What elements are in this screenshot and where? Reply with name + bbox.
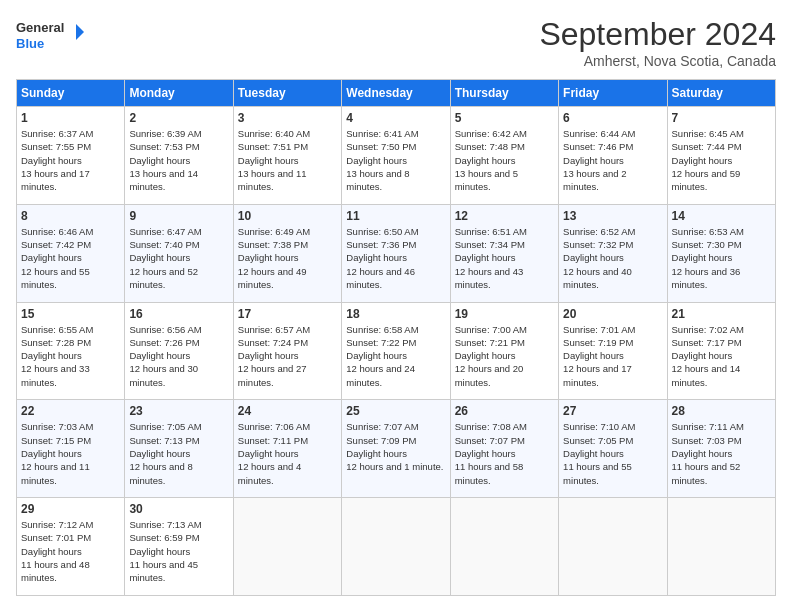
day-info: Sunrise: 6:40 AM Sunset: 7:51 PM Dayligh…: [238, 127, 337, 193]
day-info: Sunrise: 7:11 AM Sunset: 7:03 PM Dayligh…: [672, 420, 771, 486]
day-info: Sunrise: 6:41 AM Sunset: 7:50 PM Dayligh…: [346, 127, 445, 193]
calendar-week-3: 15 Sunrise: 6:55 AM Sunset: 7:28 PM Dayl…: [17, 302, 776, 400]
day-number: 18: [346, 307, 445, 321]
day-number: 9: [129, 209, 228, 223]
table-row: 26 Sunrise: 7:08 AM Sunset: 7:07 PM Dayl…: [450, 400, 558, 498]
day-number: 26: [455, 404, 554, 418]
table-row: [559, 498, 667, 596]
calendar-header-row: Sunday Monday Tuesday Wednesday Thursday…: [17, 80, 776, 107]
table-row: 21 Sunrise: 7:02 AM Sunset: 7:17 PM Dayl…: [667, 302, 775, 400]
day-number: 14: [672, 209, 771, 223]
table-row: [450, 498, 558, 596]
table-row: 16 Sunrise: 6:56 AM Sunset: 7:26 PM Dayl…: [125, 302, 233, 400]
table-row: 5 Sunrise: 6:42 AM Sunset: 7:48 PM Dayli…: [450, 107, 558, 205]
day-number: 7: [672, 111, 771, 125]
day-number: 23: [129, 404, 228, 418]
day-info: Sunrise: 6:49 AM Sunset: 7:38 PM Dayligh…: [238, 225, 337, 291]
table-row: 8 Sunrise: 6:46 AM Sunset: 7:42 PM Dayli…: [17, 204, 125, 302]
col-monday: Monday: [125, 80, 233, 107]
svg-marker-2: [76, 24, 84, 40]
svg-text:Blue: Blue: [16, 36, 44, 51]
calendar-table: Sunday Monday Tuesday Wednesday Thursday…: [16, 79, 776, 596]
table-row: 10 Sunrise: 6:49 AM Sunset: 7:38 PM Dayl…: [233, 204, 341, 302]
day-info: Sunrise: 6:52 AM Sunset: 7:32 PM Dayligh…: [563, 225, 662, 291]
calendar-week-1: 1 Sunrise: 6:37 AM Sunset: 7:55 PM Dayli…: [17, 107, 776, 205]
day-number: 8: [21, 209, 120, 223]
day-info: Sunrise: 6:57 AM Sunset: 7:24 PM Dayligh…: [238, 323, 337, 389]
table-row: 22 Sunrise: 7:03 AM Sunset: 7:15 PM Dayl…: [17, 400, 125, 498]
location-title: Amherst, Nova Scotia, Canada: [539, 53, 776, 69]
day-number: 25: [346, 404, 445, 418]
day-number: 19: [455, 307, 554, 321]
table-row: 27 Sunrise: 7:10 AM Sunset: 7:05 PM Dayl…: [559, 400, 667, 498]
day-info: Sunrise: 7:08 AM Sunset: 7:07 PM Dayligh…: [455, 420, 554, 486]
table-row: [342, 498, 450, 596]
day-number: 27: [563, 404, 662, 418]
calendar-week-4: 22 Sunrise: 7:03 AM Sunset: 7:15 PM Dayl…: [17, 400, 776, 498]
day-info: Sunrise: 6:51 AM Sunset: 7:34 PM Dayligh…: [455, 225, 554, 291]
day-number: 21: [672, 307, 771, 321]
day-number: 30: [129, 502, 228, 516]
day-info: Sunrise: 7:12 AM Sunset: 7:01 PM Dayligh…: [21, 518, 120, 584]
table-row: 17 Sunrise: 6:57 AM Sunset: 7:24 PM Dayl…: [233, 302, 341, 400]
day-info: Sunrise: 6:45 AM Sunset: 7:44 PM Dayligh…: [672, 127, 771, 193]
day-number: 29: [21, 502, 120, 516]
table-row: 18 Sunrise: 6:58 AM Sunset: 7:22 PM Dayl…: [342, 302, 450, 400]
table-row: 15 Sunrise: 6:55 AM Sunset: 7:28 PM Dayl…: [17, 302, 125, 400]
day-number: 4: [346, 111, 445, 125]
day-info: Sunrise: 6:53 AM Sunset: 7:30 PM Dayligh…: [672, 225, 771, 291]
day-info: Sunrise: 7:02 AM Sunset: 7:17 PM Dayligh…: [672, 323, 771, 389]
table-row: 3 Sunrise: 6:40 AM Sunset: 7:51 PM Dayli…: [233, 107, 341, 205]
day-number: 10: [238, 209, 337, 223]
day-number: 5: [455, 111, 554, 125]
table-row: 7 Sunrise: 6:45 AM Sunset: 7:44 PM Dayli…: [667, 107, 775, 205]
day-info: Sunrise: 7:07 AM Sunset: 7:09 PM Dayligh…: [346, 420, 445, 473]
table-row: 30 Sunrise: 7:13 AM Sunset: 6:59 PM Dayl…: [125, 498, 233, 596]
day-number: 28: [672, 404, 771, 418]
day-number: 6: [563, 111, 662, 125]
day-info: Sunrise: 6:37 AM Sunset: 7:55 PM Dayligh…: [21, 127, 120, 193]
day-number: 13: [563, 209, 662, 223]
day-number: 16: [129, 307, 228, 321]
day-info: Sunrise: 6:42 AM Sunset: 7:48 PM Dayligh…: [455, 127, 554, 193]
day-info: Sunrise: 7:01 AM Sunset: 7:19 PM Dayligh…: [563, 323, 662, 389]
table-row: 1 Sunrise: 6:37 AM Sunset: 7:55 PM Dayli…: [17, 107, 125, 205]
table-row: 20 Sunrise: 7:01 AM Sunset: 7:19 PM Dayl…: [559, 302, 667, 400]
table-row: 13 Sunrise: 6:52 AM Sunset: 7:32 PM Dayl…: [559, 204, 667, 302]
day-number: 17: [238, 307, 337, 321]
table-row: 29 Sunrise: 7:12 AM Sunset: 7:01 PM Dayl…: [17, 498, 125, 596]
day-number: 3: [238, 111, 337, 125]
day-info: Sunrise: 6:58 AM Sunset: 7:22 PM Dayligh…: [346, 323, 445, 389]
day-info: Sunrise: 7:03 AM Sunset: 7:15 PM Dayligh…: [21, 420, 120, 486]
day-info: Sunrise: 6:55 AM Sunset: 7:28 PM Dayligh…: [21, 323, 120, 389]
day-info: Sunrise: 7:00 AM Sunset: 7:21 PM Dayligh…: [455, 323, 554, 389]
day-info: Sunrise: 7:06 AM Sunset: 7:11 PM Dayligh…: [238, 420, 337, 486]
table-row: 6 Sunrise: 6:44 AM Sunset: 7:46 PM Dayli…: [559, 107, 667, 205]
table-row: [233, 498, 341, 596]
table-row: 11 Sunrise: 6:50 AM Sunset: 7:36 PM Dayl…: [342, 204, 450, 302]
day-info: Sunrise: 6:39 AM Sunset: 7:53 PM Dayligh…: [129, 127, 228, 193]
col-thursday: Thursday: [450, 80, 558, 107]
month-title: September 2024: [539, 16, 776, 53]
table-row: 9 Sunrise: 6:47 AM Sunset: 7:40 PM Dayli…: [125, 204, 233, 302]
day-info: Sunrise: 7:05 AM Sunset: 7:13 PM Dayligh…: [129, 420, 228, 486]
logo: General Blue: [16, 16, 86, 56]
day-info: Sunrise: 6:47 AM Sunset: 7:40 PM Dayligh…: [129, 225, 228, 291]
day-info: Sunrise: 7:13 AM Sunset: 6:59 PM Dayligh…: [129, 518, 228, 584]
table-row: 14 Sunrise: 6:53 AM Sunset: 7:30 PM Dayl…: [667, 204, 775, 302]
day-number: 1: [21, 111, 120, 125]
table-row: 28 Sunrise: 7:11 AM Sunset: 7:03 PM Dayl…: [667, 400, 775, 498]
table-row: 25 Sunrise: 7:07 AM Sunset: 7:09 PM Dayl…: [342, 400, 450, 498]
calendar-week-2: 8 Sunrise: 6:46 AM Sunset: 7:42 PM Dayli…: [17, 204, 776, 302]
calendar-week-5: 29 Sunrise: 7:12 AM Sunset: 7:01 PM Dayl…: [17, 498, 776, 596]
day-number: 12: [455, 209, 554, 223]
col-saturday: Saturday: [667, 80, 775, 107]
title-block: September 2024 Amherst, Nova Scotia, Can…: [539, 16, 776, 69]
day-info: Sunrise: 6:44 AM Sunset: 7:46 PM Dayligh…: [563, 127, 662, 193]
day-info: Sunrise: 6:46 AM Sunset: 7:42 PM Dayligh…: [21, 225, 120, 291]
day-info: Sunrise: 7:10 AM Sunset: 7:05 PM Dayligh…: [563, 420, 662, 486]
col-sunday: Sunday: [17, 80, 125, 107]
col-tuesday: Tuesday: [233, 80, 341, 107]
table-row: 24 Sunrise: 7:06 AM Sunset: 7:11 PM Dayl…: [233, 400, 341, 498]
header: General Blue September 2024 Amherst, Nov…: [16, 16, 776, 69]
